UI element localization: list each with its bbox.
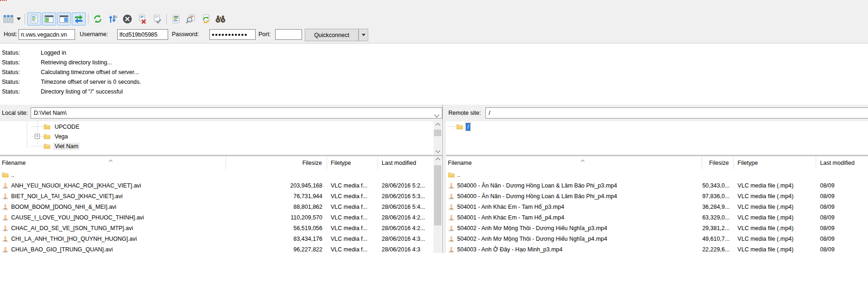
file-size: 22,229,6...	[702, 246, 734, 253]
process-queue-button[interactable]	[106, 12, 120, 25]
file-size: 36,284,9...	[702, 204, 734, 210]
host-input[interactable]	[19, 29, 75, 40]
username-input[interactable]	[117, 29, 168, 40]
menu-help[interactable]	[57, 4, 66, 8]
column-header-last-modified[interactable]: Last modified	[816, 156, 868, 169]
toggle-message-log-button[interactable]	[27, 12, 41, 25]
menu-server[interactable]	[38, 4, 47, 8]
quickconnect-dropdown[interactable]	[359, 29, 368, 41]
vlc-file-icon	[2, 225, 11, 231]
remote-tree-item-root[interactable]: /	[446, 122, 868, 131]
folder-icon	[44, 133, 51, 139]
504002 - Anh Mơ Mộng Thôi - Dương Hiếu Nghĩa_p3.mp4[interactable]: 504002 - Anh Mơ Mộng Thôi - Dương Hiếu N…	[446, 223, 868, 233]
reconnect-button[interactable]	[150, 12, 164, 25]
port-input[interactable]	[275, 29, 302, 40]
tree-expander[interactable]	[31, 142, 44, 150]
column-header-filename[interactable]: Filename	[0, 156, 226, 169]
site-manager-dropdown[interactable]	[15, 12, 22, 25]
password-input[interactable]	[209, 29, 256, 40]
remote-site-path: /	[489, 110, 490, 116]
file-type: VLC media file (.mp4)	[734, 204, 816, 210]
local-tree-item-upcode[interactable]: UPCODE	[0, 122, 442, 131]
local-list-scrollbar[interactable]	[434, 156, 442, 253]
local-site-label: Local site:	[2, 110, 28, 116]
504002 - Anh Mơ Mộng Thôi - Dương Hiếu Nghĩa_p4.mp4[interactable]: 504002 - Anh Mơ Mộng Thôi - Dương Hiếu N…	[446, 233, 868, 244]
toggle-remote-tree-button[interactable]	[57, 12, 71, 25]
folder-icon	[44, 124, 51, 130]
reconnect-icon	[152, 14, 162, 24]
menu-bookmarks[interactable]	[47, 4, 57, 8]
find-files-button[interactable]	[214, 12, 227, 25]
column-header-last-modified[interactable]: Last modified	[378, 156, 434, 169]
tree-item-label: UPCODE	[53, 123, 81, 131]
scroll-up-icon[interactable]	[434, 156, 442, 164]
port-label: Port:	[258, 31, 270, 38]
menu-edit[interactable]	[10, 4, 19, 8]
synchronized-browsing-button[interactable]	[199, 12, 213, 25]
menu-view[interactable]	[19, 4, 29, 8]
CHUA_BAO_GIO_[TRUNG_QUAN].avi[interactable]: CHUA_BAO_GIO_[TRUNG_QUAN].avi 96,227,822…	[0, 244, 442, 253]
file-size: 63,329,0...	[702, 214, 734, 221]
column-header-filename[interactable]: Filename	[446, 156, 702, 169]
vlc-file-icon	[448, 225, 457, 231]
directory-comparison-button[interactable]	[184, 12, 198, 25]
tree-expander[interactable]	[31, 132, 44, 141]
file-name: 504002 - Anh Mơ Mộng Thôi - Dương Hiếu N…	[457, 236, 607, 242]
vlc-file-icon	[2, 193, 11, 200]
quickconnect-bar: Host: Username: Password: Port: Quickcon…	[0, 26, 868, 44]
open-site-manager-button[interactable]	[1, 12, 15, 25]
504003 - Anh Ở Đây - Hạo Minh_p3.mp4[interactable]: 504003 - Anh Ở Đây - Hạo Minh_p3.mp4 22,…	[446, 244, 868, 253]
cancel-operation-button[interactable]	[120, 12, 134, 25]
vlc-file-icon	[2, 182, 11, 189]
file-name: 504001 - Anh Khác Em - Tam Hổ_p4.mp4	[457, 214, 564, 221]
504001 - Anh Khác Em - Tam Hổ_p3.mp4[interactable]: 504001 - Anh Khác Em - Tam Hổ_p3.mp4 36,…	[446, 201, 868, 212]
folder-icon	[456, 124, 464, 130]
504001 - Anh Khác Em - Tam Hổ_p4.mp4[interactable]: 504001 - Anh Khác Em - Tam Hổ_p4.mp4 63,…	[446, 212, 868, 223]
file-type: VLC media f...	[327, 193, 378, 200]
sort-ascending-icon	[581, 158, 584, 164]
BOOM_BOOM_[DONG_NHI_&_MEI].avi[interactable]: BOOM_BOOM_[DONG_NHI_&_MEI].avi 88,801,86…	[0, 201, 442, 212]
..[interactable]: ..	[446, 169, 868, 180]
file-modified: 28/06/2016 5:4...	[378, 204, 434, 210]
menu-transfer[interactable]	[29, 4, 38, 8]
local-directory-tree[interactable]: UPCODE Vega Viet Nam	[0, 121, 442, 155]
file-modified: 28/06/2016 4:2...	[378, 225, 434, 231]
vlc-file-icon	[2, 235, 11, 242]
column-header-filetype[interactable]: Filetype	[327, 156, 378, 169]
..[interactable]: ..	[0, 169, 442, 180]
menu-bar	[0, 0, 868, 12]
file-type: VLC media file (.mp4)	[734, 214, 816, 221]
local-tree-item-viet-nam[interactable]: Viet Nam	[0, 142, 442, 150]
pane-splitter[interactable]	[442, 105, 446, 253]
column-header-filetype[interactable]: Filetype	[734, 156, 816, 169]
504000 - Ăn Năn - Dương Hồng Loan & Lâm Bảo Phi_p3.mp4[interactable]: 504000 - Ăn Năn - Dương Hồng Loan & Lâm …	[446, 180, 868, 191]
toggle-local-tree-button[interactable]	[42, 12, 56, 25]
file-name: CHI_LA_ANH_THOI_[HO_QUYNH_HUONG].avi	[11, 236, 137, 242]
504000 - Ăn Năn - Dương Hồng Loan & Lâm Bảo Phi_p4.mp4[interactable]: 504000 - Ăn Năn - Dương Hồng Loan & Lâm …	[446, 191, 868, 201]
quickconnect-button[interactable]: Quickconnect	[305, 29, 359, 41]
vlc-file-icon	[2, 214, 11, 221]
chevron-down-icon[interactable]	[435, 112, 439, 118]
column-header-filesize[interactable]: Filesize	[702, 156, 734, 169]
disconnect-button[interactable]	[135, 12, 149, 25]
remote-directory-tree[interactable]: /	[446, 121, 868, 155]
scrollbar-thumb[interactable]	[434, 165, 441, 225]
file-modified: 28/06/2016 4:2...	[378, 214, 434, 221]
toggle-transfer-queue-button[interactable]	[72, 12, 86, 25]
column-header-filesize[interactable]: Filesize	[226, 156, 327, 169]
ANH_YEU_NGUOI_KHAC_ROI_[KHAC_VIET].avi[interactable]: ANH_YEU_NGUOI_KHAC_ROI_[KHAC_VIET].avi 2…	[0, 180, 442, 191]
tree-expander[interactable]	[31, 122, 44, 131]
refresh-listing-button[interactable]	[91, 12, 105, 25]
menu-file[interactable]	[1, 4, 10, 8]
local-tree-item-vega[interactable]: Vega	[0, 132, 442, 141]
local-site-combobox[interactable]: D:\Viet Nam\	[31, 107, 442, 119]
BIET_NOI_LA_TAI_SAO_[KHAC_VIET].avi[interactable]: BIET_NOI_LA_TAI_SAO_[KHAC_VIET].avi 76,7…	[0, 191, 442, 201]
filter-listings-button[interactable]	[169, 12, 183, 25]
find-files-icon	[215, 14, 226, 24]
CAUSE_I_LOVE_YOU_[NOO_PHUOC_THINH].avi[interactable]: CAUSE_I_LOVE_YOU_[NOO_PHUOC_THINH].avi 1…	[0, 212, 442, 223]
remote-site-combobox[interactable]: /	[485, 107, 868, 119]
CHI_LA_ANH_THOI_[HO_QUYNH_HUONG].avi[interactable]: CHI_LA_ANH_THOI_[HO_QUYNH_HUONG].avi 83,…	[0, 233, 442, 244]
CHAC_AI_DO_SE_VE_[SON_TUNG_MTP].avi[interactable]: CHAC_AI_DO_SE_VE_[SON_TUNG_MTP].avi 56,5…	[0, 223, 442, 233]
tree-expander[interactable]	[448, 122, 456, 131]
tree-item-label: /	[466, 123, 470, 131]
